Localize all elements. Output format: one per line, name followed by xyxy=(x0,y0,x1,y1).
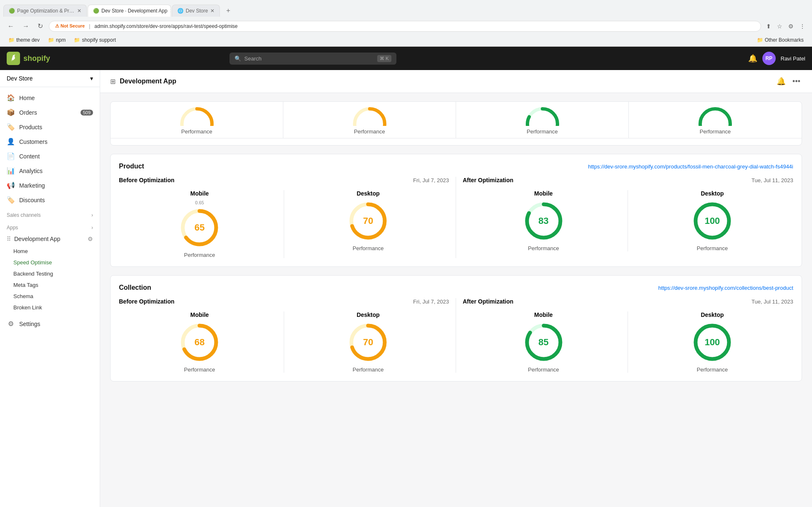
product-title: Product xyxy=(119,163,144,170)
extensions-button[interactable]: ⚙ xyxy=(787,21,795,31)
product-before-mobile-value: 65 xyxy=(194,222,204,233)
product-before-metrics: Mobile 0.65 65 Performance xyxy=(119,190,449,258)
top-perf-label-3: Performance xyxy=(459,128,625,135)
address-separator: | xyxy=(89,23,90,29)
menu-button[interactable]: ⋮ xyxy=(798,21,807,31)
sidebar-sub-schema[interactable]: Schema xyxy=(0,291,100,302)
product-link[interactable]: https://dev-srore.myshopify.com/products… xyxy=(588,163,793,170)
page-title-icon: ⊞ xyxy=(110,78,116,85)
sales-channels-label: Sales channels › xyxy=(0,207,100,220)
collection-after-title: After Optimization xyxy=(463,298,513,305)
user-avatar[interactable]: RP xyxy=(762,52,776,65)
top-perf-label-2: Performance xyxy=(287,128,452,135)
top-partial-col-1: Performance xyxy=(111,102,283,138)
address-input[interactable]: ⚠ Not Secure | admin.shopify.com/store/d… xyxy=(49,21,761,32)
forward-button[interactable]: → xyxy=(20,21,32,32)
collection-before-title: Before Optimization xyxy=(119,298,174,305)
product-before-desktop: Desktop 70 Performance xyxy=(284,190,449,258)
shopify-brand-name: shopify xyxy=(23,54,50,63)
more-actions-button[interactable]: ••• xyxy=(791,75,802,88)
sidebar-item-products[interactable]: 🏷️ Products xyxy=(0,120,100,134)
browser-tab-1[interactable]: 🟢 Page Optimization & Preloadin... ✕ xyxy=(3,5,87,17)
bookmark-theme-dev[interactable]: 📁 theme dev xyxy=(5,36,43,44)
analytics-icon: 📊 xyxy=(7,167,15,175)
sidebar-item-orders-label: Orders xyxy=(19,109,37,116)
customize-button[interactable]: 🔔 xyxy=(775,75,787,88)
notifications-icon[interactable]: 🔔 xyxy=(748,54,757,63)
sidebar-item-analytics[interactable]: 📊 Analytics xyxy=(0,163,100,178)
partial-circle-4 xyxy=(632,105,798,126)
bookmark-npm[interactable]: 📁 npm xyxy=(45,36,69,44)
collection-before-desktop-perf-label: Performance xyxy=(287,366,449,373)
browser-tab-3[interactable]: 🌐 Dev Store ✕ xyxy=(172,5,220,17)
bookmark-other[interactable]: 📁 Other Bookmarks xyxy=(754,36,807,44)
collection-before-metrics: Mobile 68 Performance xyxy=(119,311,449,373)
collection-before-date: Fri, Jul 7, 2023 xyxy=(413,299,449,305)
collection-card-header: Collection https://dev-srore.myshopify.c… xyxy=(119,284,793,291)
sidebar-item-content[interactable]: 📄 Content xyxy=(0,149,100,163)
product-before-mobile-circle: 65 xyxy=(179,207,220,248)
collection-after-desktop-circle: 100 xyxy=(691,321,733,363)
collection-card: Collection https://dev-srore.myshopify.c… xyxy=(110,275,802,382)
bookmark-shopify-support[interactable]: 📁 shopify support xyxy=(71,36,119,44)
sidebar-sub-meta-tags[interactable]: Meta Tags xyxy=(0,279,100,291)
sidebar-item-discounts[interactable]: 🏷️ Discounts xyxy=(0,193,100,207)
topbar-actions: 🔔 RP Ravi Patel xyxy=(748,52,805,65)
sidebar-sub-speed-optimise[interactable]: Speed Optimise xyxy=(0,257,100,268)
product-before-date: Fri, Jul 7, 2023 xyxy=(413,177,449,183)
top-perf-label-4: Performance xyxy=(632,128,798,135)
collection-before-desktop: Desktop 70 Performance xyxy=(284,311,449,373)
customers-icon: 👤 xyxy=(7,138,15,146)
product-after-date: Tue, Jul 11, 2023 xyxy=(751,177,793,183)
sidebar-sub-backend-testing[interactable]: Backend Testing xyxy=(0,268,100,279)
app-settings-icon[interactable]: ⚙ xyxy=(88,236,93,242)
collection-after-mobile-label: Mobile xyxy=(463,311,624,318)
product-after-metrics: Mobile 83 Performance xyxy=(463,190,793,251)
tab-close-2[interactable]: ✕ xyxy=(170,8,171,14)
topbar-search[interactable]: 🔍 Search ⌘ K xyxy=(229,53,396,65)
top-partial-col-4: Performance xyxy=(629,102,802,138)
product-after-title: After Optimization xyxy=(463,177,513,183)
sidebar-sub-home[interactable]: Home xyxy=(0,246,100,257)
tab-close-3[interactable]: ✕ xyxy=(210,8,214,14)
sidebar-sub-broken-link[interactable]: Broken Link xyxy=(0,302,100,313)
top-partial-card: Performance Performance xyxy=(110,101,802,146)
share-button[interactable]: ⬆ xyxy=(764,21,773,31)
sidebar-item-customers[interactable]: 👤 Customers xyxy=(0,134,100,149)
apps-chevron: › xyxy=(91,225,93,231)
new-tab-button[interactable]: ＋ xyxy=(221,3,236,18)
store-selector[interactable]: Dev Store ▾ xyxy=(0,70,100,87)
product-card-header: Product https://dev-srore.myshopify.com/… xyxy=(119,163,793,170)
refresh-button[interactable]: ↻ xyxy=(35,20,45,32)
browser-actions: ⬆ ☆ ⚙ ⋮ xyxy=(764,21,807,31)
collection-before-desktop-circle: 70 xyxy=(347,321,389,363)
sidebar-item-discounts-label: Discounts xyxy=(19,197,45,203)
sidebar-sub-schema-label: Schema xyxy=(13,293,33,299)
product-after-desktop-circle: 100 xyxy=(691,200,733,242)
partial-circle-1 xyxy=(114,105,280,126)
shopify-topbar: shopify 🔍 Search ⌘ K 🔔 RP Ravi Patel xyxy=(0,47,812,70)
top-perf-label-1: Performance xyxy=(114,128,280,135)
tab-favicon-2: 🟢 xyxy=(93,8,99,14)
collection-title: Collection xyxy=(119,284,151,291)
browser-chrome: 🟢 Page Optimization & Preloadin... ✕ 🟢 D… xyxy=(0,0,812,47)
sidebar-item-settings[interactable]: ⚙ Settings xyxy=(0,316,100,331)
collection-before-section: Before Optimization Fri, Jul 7, 2023 Mob… xyxy=(119,298,456,373)
product-before-mobile-perf-label: Performance xyxy=(119,252,280,258)
collection-after-metrics: Mobile 85 Performance xyxy=(463,311,793,373)
browser-address-bar: ← → ↻ ⚠ Not Secure | admin.shopify.com/s… xyxy=(0,18,812,34)
collection-link[interactable]: https://dev-srore.myshopify.com/collecti… xyxy=(658,285,793,291)
sidebar-item-home[interactable]: 🏠 Home xyxy=(0,90,100,105)
collection-after-mobile-value: 85 xyxy=(538,337,548,348)
collection-after-desktop-perf-label: Performance xyxy=(631,366,793,373)
app-header: ⠿ Development App ⚙ xyxy=(0,232,100,246)
sidebar-item-orders[interactable]: 📦 Orders 509 xyxy=(0,105,100,120)
browser-tab-2[interactable]: 🟢 Dev Store · Development App ✕ xyxy=(88,5,171,17)
security-warning: ⚠ Not Secure xyxy=(55,23,85,29)
collection-after-header: After Optimization Tue, Jul 11, 2023 xyxy=(463,298,793,305)
back-button[interactable]: ← xyxy=(5,21,17,32)
store-chevron-icon: ▾ xyxy=(90,75,93,82)
bookmark-button[interactable]: ☆ xyxy=(775,21,784,31)
tab-close-1[interactable]: ✕ xyxy=(77,8,81,14)
sidebar-item-marketing[interactable]: 📢 Marketing xyxy=(0,178,100,193)
